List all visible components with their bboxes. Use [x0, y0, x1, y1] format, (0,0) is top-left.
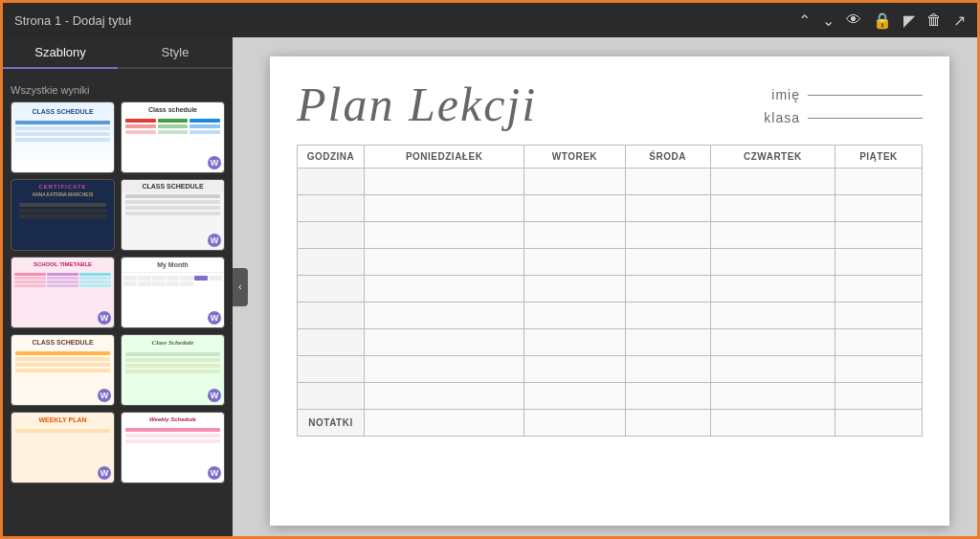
schedule-cell[interactable]	[710, 222, 835, 249]
lekcji-word: Lekcji	[409, 78, 537, 131]
template-item[interactable]: WEEKLY PLAN W	[11, 412, 115, 483]
page: Plan Lekcji imię klasa	[270, 56, 949, 526]
trash-icon[interactable]: 🗑	[926, 11, 942, 29]
chevron-down-icon[interactable]: ⌄	[822, 11, 835, 30]
notatki-label: NOTATKI	[298, 410, 365, 437]
schedule-cell[interactable]	[835, 168, 922, 195]
table-row	[298, 356, 923, 383]
schedule-table: GODZINA PONIEDZIAŁEK WTOREK ŚRODA CZWART…	[297, 145, 923, 437]
schedule-cell[interactable]	[835, 276, 922, 303]
schedule-cell[interactable]	[365, 222, 524, 249]
schedule-cell[interactable]	[710, 303, 835, 329]
notatki-cell[interactable]	[710, 410, 835, 437]
schedule-cell[interactable]	[524, 195, 625, 222]
chevron-up-icon[interactable]: ⌃	[798, 11, 811, 30]
col-piatek: PIĄTEK	[835, 146, 922, 168]
notatki-cell[interactable]	[365, 410, 524, 437]
schedule-cell[interactable]	[710, 249, 835, 276]
template-item[interactable]: CLASS SCHEDULE W	[11, 334, 115, 406]
template-item[interactable]: CLASS SCHEDULE W	[121, 179, 225, 251]
template-item[interactable]: CLASS SCHEDULE	[11, 101, 115, 173]
col-godzina: GODZINA	[298, 146, 365, 168]
schedule-cell[interactable]	[365, 195, 524, 222]
notatki-cell[interactable]	[835, 410, 922, 437]
schedule-cell[interactable]	[365, 356, 524, 383]
schedule-cell[interactable]	[710, 276, 835, 303]
schedule-cell[interactable]	[524, 303, 625, 329]
schedule-cell[interactable]	[524, 168, 625, 195]
schedule-body: NOTATKI	[298, 168, 923, 437]
toolbar-icons: ⌃ ⌄ 👁 🔒 ◤ 🗑 ↗	[798, 11, 966, 30]
schedule-cell[interactable]	[365, 329, 524, 356]
copy-icon[interactable]: ◤	[903, 11, 915, 30]
godzina-cell[interactable]	[298, 249, 365, 276]
godzina-cell[interactable]	[298, 222, 365, 249]
schedule-cell[interactable]	[365, 168, 524, 195]
schedule-cell[interactable]	[365, 276, 524, 303]
schedule-cell[interactable]	[625, 249, 710, 276]
godzina-cell[interactable]	[298, 168, 365, 195]
godzina-cell[interactable]	[298, 303, 365, 329]
schedule-cell[interactable]	[835, 356, 922, 383]
lock-icon[interactable]: 🔒	[873, 11, 892, 30]
schedule-cell[interactable]	[625, 356, 710, 383]
sidebar-toggle[interactable]: ‹	[233, 268, 248, 306]
schedule-cell[interactable]	[835, 195, 922, 222]
godzina-cell[interactable]	[298, 356, 365, 383]
schedule-cell[interactable]	[710, 356, 835, 383]
main-layout: Szablony Style Wszystkie wyniki CLASS SC…	[3, 37, 977, 536]
schedule-cell[interactable]	[625, 383, 710, 410]
schedule-cell[interactable]	[835, 303, 922, 329]
schedule-cell[interactable]	[710, 329, 835, 356]
premium-badge: W	[98, 466, 111, 480]
godzina-cell[interactable]	[298, 276, 365, 303]
premium-badge: W	[208, 466, 221, 480]
schedule-cell[interactable]	[524, 249, 625, 276]
schedule-cell[interactable]	[524, 383, 625, 410]
imie-line	[808, 95, 923, 96]
plan-word: Plan	[297, 78, 409, 131]
template-item[interactable]: Weekly Schedule W	[121, 412, 225, 483]
godzina-cell[interactable]	[298, 329, 365, 356]
schedule-cell[interactable]	[625, 276, 710, 303]
schedule-cell[interactable]	[835, 249, 922, 276]
table-row	[298, 276, 923, 303]
schedule-cell[interactable]	[625, 329, 710, 356]
share-icon[interactable]: ↗	[953, 11, 966, 30]
schedule-cell[interactable]	[365, 303, 524, 329]
schedule-cell[interactable]	[710, 195, 835, 222]
schedule-cell[interactable]	[524, 222, 625, 249]
schedule-cell[interactable]	[524, 356, 625, 383]
schedule-cell[interactable]	[710, 383, 835, 410]
schedule-cell[interactable]	[625, 222, 710, 249]
separator: -	[65, 13, 73, 28]
schedule-cell[interactable]	[625, 168, 710, 195]
schedule-cell[interactable]	[835, 222, 922, 249]
schedule-cell[interactable]	[625, 303, 710, 329]
schedule-cell[interactable]	[524, 276, 625, 303]
template-item[interactable]: CERTIFICATE ANNA KATRINA MARCHESI	[11, 179, 115, 251]
eye-icon[interactable]: 👁	[846, 11, 861, 29]
tab-style[interactable]: Style	[118, 37, 233, 69]
table-row	[298, 329, 923, 356]
template-item[interactable]: My Month W	[121, 257, 225, 328]
tab-szablony[interactable]: Szablony	[3, 37, 118, 69]
schedule-cell[interactable]	[835, 329, 922, 356]
notatki-cell[interactable]	[524, 410, 625, 437]
template-item[interactable]: Class schedule	[121, 101, 225, 173]
template-item[interactable]: Class Schedule W	[121, 334, 225, 406]
schedule-cell[interactable]	[625, 195, 710, 222]
add-title-label[interactable]: Dodaj tytuł	[73, 13, 131, 28]
godzina-cell[interactable]	[298, 195, 365, 222]
godzina-cell[interactable]	[298, 383, 365, 410]
template-item[interactable]: SCHOOL TIMETABLE	[11, 257, 115, 328]
col-sroda: ŚRODA	[625, 146, 710, 168]
template-grid: CLASS SCHEDULE Class schedule	[11, 101, 225, 483]
schedule-cell[interactable]	[365, 383, 524, 410]
notatki-cell[interactable]	[625, 410, 710, 437]
schedule-cell[interactable]	[524, 329, 625, 356]
imie-row: imię	[771, 87, 923, 102]
schedule-cell[interactable]	[710, 168, 835, 195]
schedule-cell[interactable]	[365, 249, 524, 276]
schedule-cell[interactable]	[835, 383, 922, 410]
